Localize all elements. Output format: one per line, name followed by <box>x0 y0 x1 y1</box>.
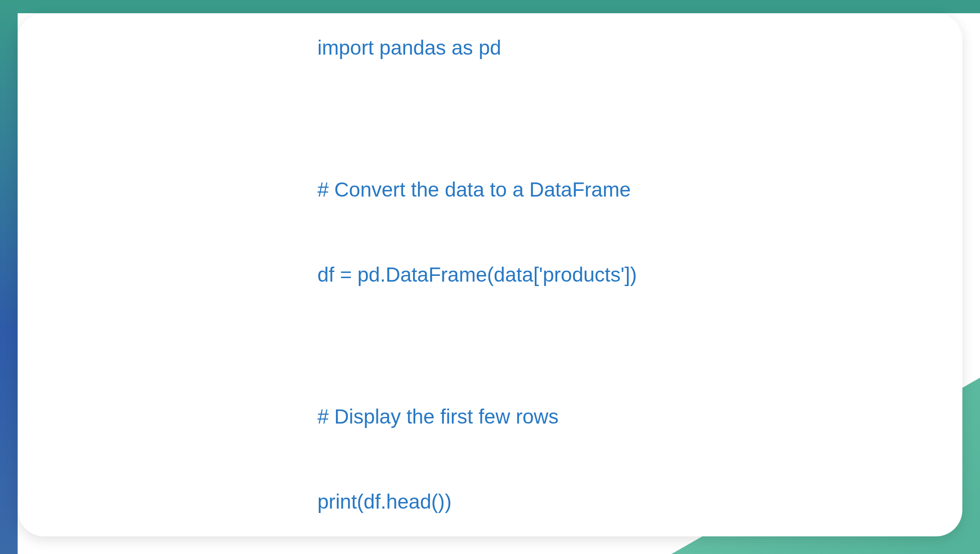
code-line-7: print(df.head()) <box>317 487 637 516</box>
background-left-gradient <box>0 0 18 554</box>
code-line-4: df = pd.DataFrame(data['products']) <box>317 260 637 289</box>
code-line-1: import pandas as pd <box>317 33 637 62</box>
code-block: import pandas as pd # Convert the data t… <box>317 0 637 554</box>
code-line-3: # Convert the data to a DataFrame <box>317 175 637 204</box>
code-line-6: # Display the first few rows <box>317 402 637 431</box>
slide-card: import pandas as pd # Convert the data t… <box>18 13 962 536</box>
